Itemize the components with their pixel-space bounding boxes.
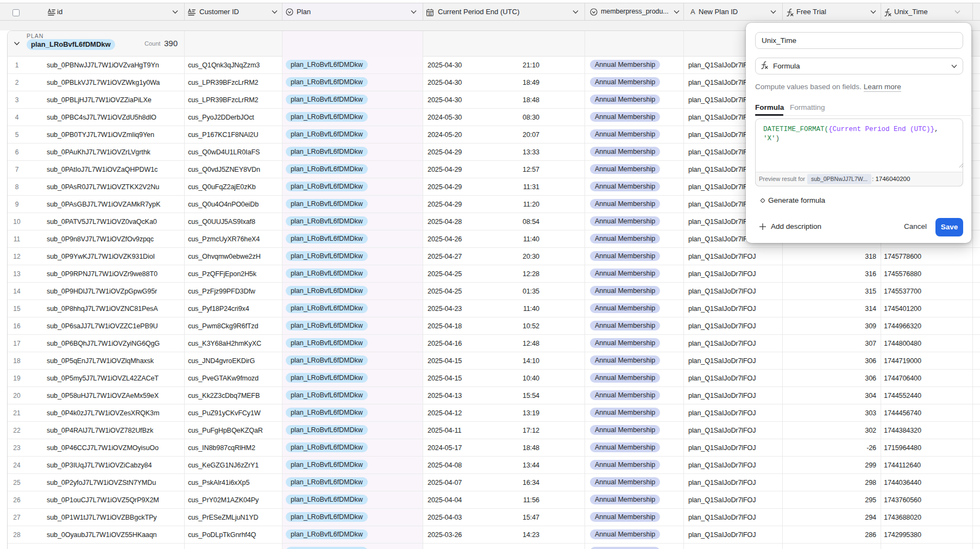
svg-text:31: 31 [428,12,432,16]
